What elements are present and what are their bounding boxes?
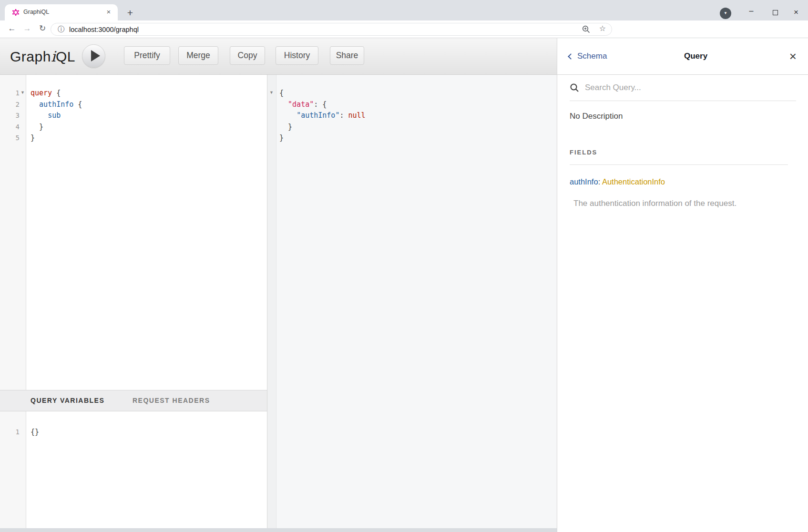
code-line: } [279, 133, 366, 144]
response-viewer: { "data": { "authInfo": null }} [279, 88, 366, 144]
window-maximize-button[interactable] [768, 6, 782, 19]
tab-strip: GraphiQL × + ▼ – × [0, 0, 808, 20]
window-minimize-button[interactable]: – [744, 6, 758, 19]
variables-editor[interactable]: {} [31, 427, 39, 438]
code-line: authInfo { [31, 99, 82, 111]
history-button[interactable]: History [276, 46, 318, 65]
editor-workspace: 12345 ▼ query { authInfo { sub }} QUERY … [0, 75, 557, 532]
fields-divider [570, 164, 788, 165]
doc-search-input[interactable] [585, 83, 796, 92]
doc-back-link[interactable]: Schema [569, 51, 607, 61]
chevron-left-icon [568, 53, 574, 60]
share-button[interactable]: Share [330, 46, 364, 65]
browser-tab[interactable]: GraphiQL × [5, 4, 118, 20]
address-bar[interactable]: ⓘ ☆ [51, 23, 612, 36]
forward-button[interactable]: → [20, 20, 34, 38]
doc-search-box[interactable] [570, 75, 796, 101]
line-number: 3 [0, 110, 20, 122]
prettify-button[interactable]: Prettify [124, 46, 170, 65]
field-row: authInfo: AuthenticationInfo [570, 177, 796, 186]
response-pane: ▼ { "data": { "authInfo": null }} [267, 75, 557, 532]
response-fold-gutter [267, 75, 276, 532]
line-number: 2 [0, 99, 20, 111]
play-icon [91, 50, 100, 61]
new-tab-button[interactable]: + [124, 7, 136, 19]
doc-explorer-panel: Schema Query × No Description FIELDS aut… [557, 38, 808, 532]
tab-close-icon[interactable]: × [104, 8, 113, 16]
line-number: 4 [0, 122, 20, 133]
url-input[interactable] [69, 23, 546, 35]
code-line: "data": { [279, 99, 366, 111]
merge-button[interactable]: Merge [178, 46, 218, 65]
site-info-icon[interactable]: ⓘ [58, 23, 64, 35]
query-fold-arrow-icon[interactable]: ▼ [20, 91, 25, 95]
zoom-icon[interactable] [582, 25, 591, 34]
browser-window: GraphiQL × + ▼ – × ← → ↻ ⓘ ☆ P [0, 0, 808, 532]
code-line: "authInfo": null [279, 110, 366, 122]
field-description: The authentication information of the re… [573, 199, 778, 208]
line-number: 1 [0, 88, 20, 99]
code-line: {} [31, 427, 39, 438]
code-line: } [279, 122, 366, 133]
response-fold-arrow-icon[interactable]: ▼ [269, 91, 274, 95]
graphql-favicon-icon [12, 9, 19, 16]
doc-explorer-title: Query [607, 51, 784, 61]
bookmark-star-icon[interactable]: ☆ [599, 24, 606, 33]
graphiql-topbar: GraphiQL Prettify Merge Copy History Sha… [0, 38, 557, 75]
variables-line-numbers: 1 [0, 427, 20, 438]
tab-title: GraphiQL [23, 9, 49, 15]
back-button[interactable]: ← [5, 20, 19, 38]
search-icon [570, 83, 579, 92]
variables-title-bar: QUERY VARIABLES REQUEST HEADERS [0, 390, 267, 411]
copy-button[interactable]: Copy [230, 46, 265, 65]
type-description: No Description [570, 112, 796, 121]
tab-query-variables[interactable]: QUERY VARIABLES [31, 397, 104, 404]
tab-search-icon[interactable]: ▼ [720, 8, 731, 19]
code-line: } [31, 133, 82, 144]
window-bottom-edge [0, 528, 557, 532]
execute-query-button[interactable] [82, 44, 105, 68]
field-name-link[interactable]: authInfo [570, 177, 598, 186]
code-line: } [31, 122, 82, 133]
code-line: query { [31, 88, 82, 99]
field-type-link[interactable]: AuthenticationInfo [602, 177, 665, 186]
query-editor[interactable]: query { authInfo { sub }} [31, 88, 82, 144]
line-number: 5 [0, 133, 20, 144]
doc-close-icon[interactable]: × [785, 51, 797, 61]
doc-explorer-content: No Description FIELDS authInfo: Authenti… [570, 101, 796, 208]
code-line: { [279, 88, 366, 99]
reload-button[interactable]: ↻ [35, 20, 50, 38]
line-number: 1 [0, 427, 20, 438]
browser-toolbar: ← → ↻ ⓘ ☆ P + ◉ Tp [0, 20, 808, 38]
doc-explorer-header: Schema Query × [557, 38, 808, 75]
query-line-numbers: 12345 [0, 88, 20, 144]
fields-heading: FIELDS [570, 149, 796, 156]
code-line: sub [31, 110, 82, 122]
graphiql-logo: GraphiQL [10, 48, 75, 65]
window-close-button[interactable]: × [789, 6, 803, 19]
tab-request-headers[interactable]: REQUEST HEADERS [133, 397, 210, 404]
